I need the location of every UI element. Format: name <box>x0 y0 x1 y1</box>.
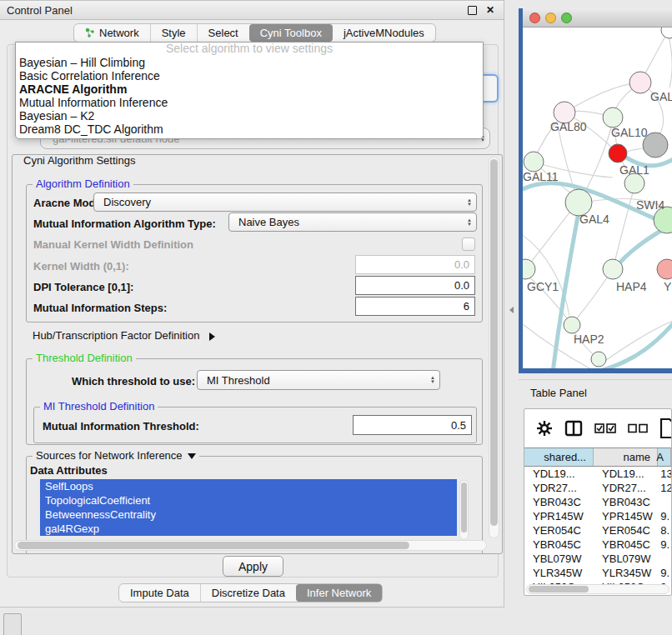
table-row[interactable]: YPR145WYPR145W9. <box>524 509 671 523</box>
table-cell <box>658 552 671 566</box>
float-window-icon[interactable] <box>465 3 479 17</box>
network-node-gal[interactable] <box>629 72 651 93</box>
table-row[interactable]: YBL079WYBL079W <box>524 552 671 566</box>
zoom-traffic-light-icon[interactable] <box>561 12 572 23</box>
tab-label: Discretize Data <box>212 587 285 599</box>
network-node-label: GAL10 <box>611 126 648 139</box>
network-node-gcy1[interactable] <box>523 259 535 279</box>
data-attribute-item[interactable]: BetweennessCentrality <box>40 508 457 522</box>
mi-steps-field[interactable]: 6 <box>355 297 475 316</box>
table-cell: YLR345W <box>594 566 658 580</box>
data-attribute-item[interactable]: SelfLoops <box>40 479 457 493</box>
network-node[interactable] <box>661 28 672 38</box>
table-body[interactable]: YDL19...YDL19...13YDR27...YDR27...12YBR0… <box>524 467 671 584</box>
tab-label: jActiveMNodules <box>344 27 424 39</box>
close-icon[interactable]: ✕ <box>484 3 497 17</box>
data-attributes-list[interactable]: SelfLoopsTopologicalCoefficientBetweenne… <box>40 479 457 542</box>
algorithm-popup-item[interactable]: ARACNE Algorithm <box>16 82 483 96</box>
split-columns-icon[interactable] <box>564 420 583 437</box>
tab-cyni-toolbox[interactable]: Cyni Toolbox <box>249 24 333 42</box>
network-node-hap4[interactable] <box>603 259 623 279</box>
network-node-label: HAP2 <box>574 332 604 346</box>
settings-horizontal-scrollbar[interactable] <box>14 540 487 551</box>
which-threshold-label: Which threshold to use: <box>72 375 195 388</box>
network-edge-thick[interactable] <box>616 228 666 268</box>
tab-impute-data[interactable]: Impute Data <box>119 584 200 602</box>
table-row[interactable]: YBR045CYBR045C9. <box>524 538 671 552</box>
aracne-mode-combo[interactable]: Discovery ▲▼ <box>93 192 477 212</box>
apply-button-label: Apply <box>238 560 268 573</box>
tab-network[interactable]: Network <box>74 24 150 42</box>
network-node[interactable] <box>624 173 644 193</box>
table-horizontal-scrollbar[interactable] <box>526 584 669 594</box>
unchecked-boxes-icon[interactable] <box>628 423 648 433</box>
threshold-definition-title: Threshold Definition <box>33 352 136 364</box>
network-node-hap2[interactable] <box>564 317 580 333</box>
attributes-scrollbar[interactable] <box>459 480 469 540</box>
table-cell: 8. <box>658 523 671 538</box>
table-cell: YLR345W <box>524 566 594 580</box>
network-view-window: GALGAL80GAL10GAL1GAL11SWI4GAL4GCY1HAP4YH… <box>519 8 672 373</box>
table-panel-title: Table Panel <box>530 387 587 399</box>
network-node-gal10[interactable] <box>603 108 623 128</box>
network-edge[interactable] <box>525 211 571 269</box>
tab-discretize-data[interactable]: Discretize Data <box>200 584 296 602</box>
hub-expander[interactable]: Hub/Transcription Factor Definition <box>33 329 215 342</box>
table-column-header[interactable]: name <box>594 448 658 466</box>
document-icon[interactable] <box>659 418 672 439</box>
expand-down-icon[interactable] <box>188 453 196 459</box>
table-header-row[interactable]: shared...nameA <box>524 448 671 467</box>
table-row[interactable]: YER054CYER054C8. <box>524 523 671 538</box>
network-node-gal1[interactable] <box>609 144 627 162</box>
tab-style[interactable]: Style <box>150 24 197 42</box>
table-row[interactable]: YLR345WYLR345W9. <box>524 566 671 580</box>
tab-jactivemnodules[interactable]: jActiveMNodules <box>333 24 435 42</box>
tab-infer-network[interactable]: Infer Network <box>296 584 382 602</box>
algorithm-popup-item[interactable]: Basic Correlation Inference <box>16 69 483 82</box>
algorithm-popup-item[interactable]: Dream8 DC_TDC Algorithm <box>16 122 483 136</box>
minimize-traffic-light-icon[interactable] <box>545 12 556 23</box>
network-edge[interactable] <box>668 32 672 88</box>
table-row[interactable]: YDL19...YDL19...13 <box>524 467 671 481</box>
table-cell: YDR27... <box>594 481 658 495</box>
which-threshold-combo[interactable]: MI Threshold ▲▼ <box>197 370 440 390</box>
tab-select[interactable]: Select <box>197 24 249 42</box>
table-column-header[interactable]: shared... <box>524 448 594 466</box>
splitter-collapse-icon[interactable] <box>509 307 514 313</box>
mi-type-combo[interactable]: Naive Bayes ▲▼ <box>228 212 477 232</box>
network-graph[interactable]: GALGAL80GAL10GAL1GAL11SWI4GAL4GCY1HAP4YH… <box>523 28 672 368</box>
manual-kernel-checkbox[interactable] <box>462 238 475 251</box>
data-attribute-item[interactable]: TopologicalCoefficient <box>40 493 457 508</box>
gear-icon[interactable] <box>536 420 553 437</box>
apply-button[interactable]: Apply <box>223 556 283 577</box>
network-node-y[interactable] <box>657 259 672 279</box>
network-window-titlebar[interactable] <box>523 8 672 28</box>
network-node-label: Y <box>664 280 672 293</box>
expand-right-icon[interactable] <box>209 332 215 341</box>
close-traffic-light-icon[interactable] <box>529 12 540 23</box>
network-edge[interactable] <box>564 82 640 112</box>
checked-boxes-icon[interactable] <box>594 422 616 434</box>
algorithm-popup-item[interactable]: Mutual Information Inference <box>16 96 483 109</box>
settings-vertical-scrollbar[interactable] <box>489 157 499 538</box>
algorithm-popup-item[interactable]: Bayesian – Hill Climbing <box>16 56 483 69</box>
dpi-tolerance-label: DPI Tolerance [0,1]: <box>33 281 133 293</box>
table-column-header[interactable]: A <box>658 448 671 466</box>
data-attribute-item[interactable]: gal4RGexp <box>40 522 457 536</box>
mi-steps-value: 6 <box>464 300 469 312</box>
network-node[interactable] <box>643 132 668 158</box>
table-cell: YBL079W <box>594 552 658 566</box>
network-node-gal11[interactable] <box>524 152 544 172</box>
network-node-label: GAL11 <box>523 170 559 183</box>
mit-field[interactable]: 0.5 <box>353 415 472 435</box>
dpi-tolerance-field[interactable]: 0.0 <box>355 276 475 295</box>
table-row[interactable]: YDR27...YDR27...12 <box>524 481 671 495</box>
collapsed-panel-button[interactable] <box>3 613 22 635</box>
network-canvas[interactable]: GALGAL80GAL10GAL1GAL11SWI4GAL4GCY1HAP4YH… <box>523 28 672 368</box>
algorithm-popup-item[interactable]: Bayesian – K2 <box>16 109 483 122</box>
mi-steps-label: Mutual Information Steps: <box>33 302 167 314</box>
network-node[interactable] <box>591 352 606 367</box>
kernel-width-field[interactable]: 0.0 <box>355 255 475 274</box>
control-panel-titlebar[interactable]: Control Panel ✕ <box>0 1 504 20</box>
table-row[interactable]: YBR043CYBR043C <box>524 495 671 509</box>
